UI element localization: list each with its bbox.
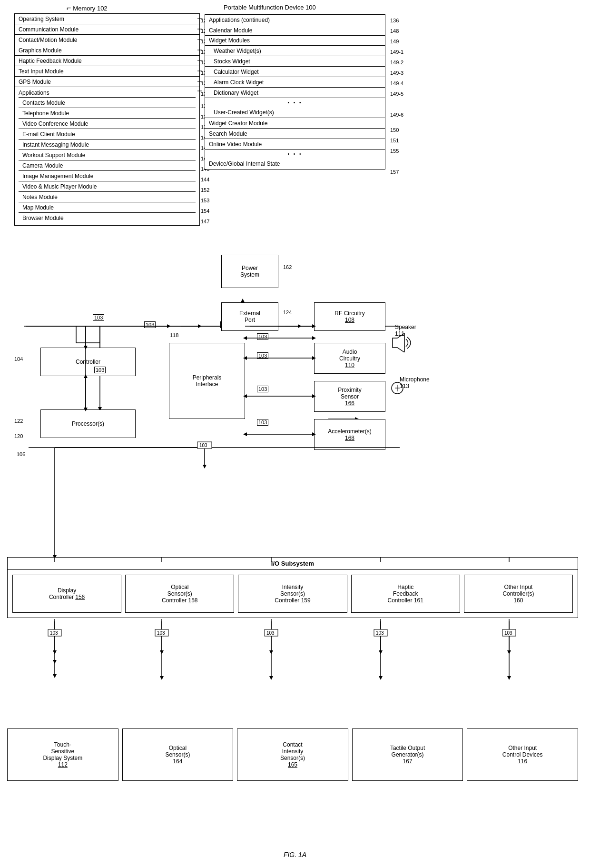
svg-text:103: 103 xyxy=(266,630,275,636)
other-input-devices-box: Other InputControl Devices116 xyxy=(467,728,578,781)
ref-149-3: 149-3 xyxy=(390,70,403,76)
pmd-row-search: Search Module xyxy=(205,129,385,139)
svg-rect-94 xyxy=(374,629,387,636)
svg-marker-23 xyxy=(379,676,383,680)
app-row-map: Map Module xyxy=(19,202,196,213)
memory-row-graphics: Graphics Module xyxy=(15,45,199,56)
ref-149-4: 149-4 xyxy=(390,80,403,86)
diagram-container: ⌐ Memory 102 Operating System Communicat… xyxy=(0,0,590,868)
app-row-telephone: Telephone Module xyxy=(19,108,196,119)
touch-display-box: Touch-SensitiveDisplay System112 xyxy=(7,728,118,781)
applications-section: Applications Contacts Module Telephone M… xyxy=(15,87,199,225)
io-controllers-row: DisplayController 156 OpticalSensor(s)Co… xyxy=(8,570,578,618)
widget-modules-header: Widget Modules xyxy=(205,36,385,46)
bus-103-peri-1: 103 xyxy=(257,333,268,340)
svg-rect-86 xyxy=(155,629,168,636)
svg-marker-11 xyxy=(298,324,302,328)
svg-marker-62 xyxy=(312,336,316,340)
bus-103-ctrl: 103 xyxy=(94,367,106,373)
app-row-contacts: Contacts Module xyxy=(19,98,196,108)
pmd-box: Applications (continued) Calendar Module… xyxy=(205,14,385,170)
haptic-feedback-controller-box: HapticFeedbackController 161 xyxy=(351,575,460,613)
bus-103-a: 103 xyxy=(144,321,156,328)
ref-150: 150 xyxy=(390,127,399,133)
dots-2: • • • xyxy=(205,150,385,159)
svg-marker-97 xyxy=(507,650,511,654)
intensity-sensor-controller-box: IntensitySensor(s)Controller 159 xyxy=(238,575,347,613)
ref-122: 122 xyxy=(14,418,23,424)
processor-box: Processor(s) xyxy=(40,409,136,438)
pmd-row-calendar: Calendar Module xyxy=(205,25,385,36)
ref-136-pmd: 136 xyxy=(390,18,399,23)
memory-label: ⌐ Memory 102 xyxy=(67,4,108,12)
applications-header: Applications xyxy=(19,89,196,98)
bus-103-peri-4: 103 xyxy=(257,419,268,426)
speaker-label: Speaker111 xyxy=(395,324,416,337)
ref-144: 144 xyxy=(201,177,209,182)
proximity-sensor-box: ProximitySensor166 xyxy=(314,381,385,412)
ref-151: 151 xyxy=(390,138,399,143)
app-row-camera: Camera Module xyxy=(19,160,196,171)
svg-rect-82 xyxy=(48,629,61,636)
widget-row-weather: Weather Widget(s) xyxy=(205,46,385,56)
svg-marker-58 xyxy=(167,324,171,328)
microphone-label: Microphone113 xyxy=(400,376,430,389)
ref-148: 148 xyxy=(390,28,399,34)
accelerometer-box: Accelerometer(s)168 xyxy=(314,419,385,450)
audio-circuitry-box: AudioCircuitry110 xyxy=(314,343,385,374)
ref-154: 154 xyxy=(201,208,209,214)
app-row-workout: Workout Support Module xyxy=(19,150,196,160)
ref-118: 118 xyxy=(170,332,178,338)
pmd-row-device-state: Device/Global Internal State xyxy=(205,159,385,169)
svg-marker-93 xyxy=(379,650,383,654)
io-subsystem: I/O Subsystem DisplayController 156 Opti… xyxy=(7,557,578,618)
ref-162: 162 xyxy=(283,264,292,270)
app-row-video-music: Video & Music Player Module xyxy=(19,181,196,192)
ref-155: 155 xyxy=(390,148,399,154)
tactile-output-box: Tactile OutputGenerator(s)167 xyxy=(352,728,463,781)
ref-124: 124 xyxy=(283,309,292,315)
ref-149-1: 149-1 xyxy=(390,49,403,55)
dots-1: • • • xyxy=(205,98,385,107)
app-row-email: E-mail Client Module xyxy=(19,129,196,140)
svg-marker-63 xyxy=(243,336,247,340)
ref-153: 153 xyxy=(201,198,209,203)
memory-row-comm: Communication Module xyxy=(15,24,199,35)
svg-marker-17 xyxy=(53,674,57,678)
peripherals-box: Peripherals Interface xyxy=(169,343,245,419)
memory-row-haptic: Haptic Feedback Module xyxy=(15,56,199,66)
pmd-label: Portable Multifunction Device 100 xyxy=(224,4,316,11)
svg-marker-15 xyxy=(53,660,57,664)
svg-text:103: 103 xyxy=(50,630,58,636)
io-subsystem-header: I/O Subsystem xyxy=(8,558,578,570)
widget-row-calculator: Calculator Widget xyxy=(205,67,385,77)
ref-149-2: 149-2 xyxy=(390,60,403,65)
svg-marker-9 xyxy=(198,324,202,328)
svg-marker-81 xyxy=(53,650,57,654)
memory-row-os: Operating System xyxy=(15,14,199,24)
widget-row-dictionary: Dictionary Widget xyxy=(205,88,385,98)
memory-row-contact: Contact/Motion Module xyxy=(15,35,199,45)
ref-104: 104 xyxy=(14,356,23,362)
rf-circuitry-box: RF Circuitry108 xyxy=(314,302,385,331)
ref-147: 147 xyxy=(201,219,209,224)
svg-marker-13 xyxy=(241,299,245,302)
svg-text:106: 106 xyxy=(17,451,25,457)
display-controller-box: DisplayController 156 xyxy=(12,575,121,613)
fig-label: FIG. 1A xyxy=(284,851,306,858)
svg-rect-90 xyxy=(265,629,278,636)
controller-box: Controller xyxy=(40,348,136,376)
app-row-im: Instant Messaging Module xyxy=(19,140,196,150)
pmd-row-widget-creator: Widget Creator Module xyxy=(205,118,385,129)
app-row-browser: Browser Module xyxy=(19,213,196,223)
bus-ref-103-mem: 103 xyxy=(93,314,104,321)
memory-row-text: Text Input Module xyxy=(15,66,199,77)
svg-marker-21 xyxy=(269,676,273,680)
svg-marker-72 xyxy=(243,432,247,436)
app-row-videoconf: Video Conference Module xyxy=(19,119,196,129)
svg-text:103: 103 xyxy=(199,443,207,448)
widget-modules-section: Widget Modules Weather Widget(s) Stocks … xyxy=(205,36,385,118)
app-row-notes: Notes Module xyxy=(19,192,196,202)
svg-marker-25 xyxy=(507,676,511,680)
ref-152: 152 xyxy=(201,187,209,193)
